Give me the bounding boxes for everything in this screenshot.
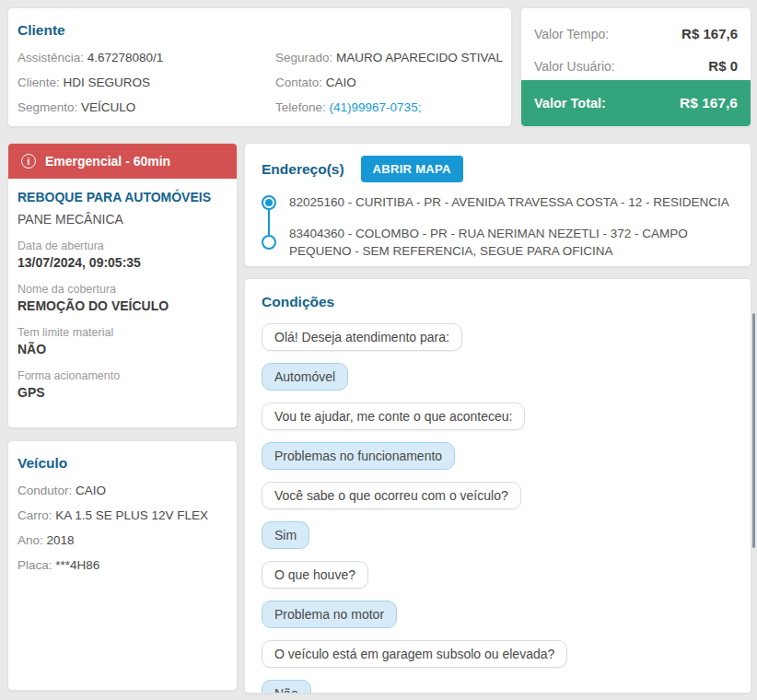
field-value: CAIO	[76, 484, 106, 497]
chat-question: O veículo está em garagem subsolo ou ele…	[262, 640, 567, 668]
field-segurado: Segurado: MAURO APARECIDO STIVAL	[275, 51, 503, 64]
valor-label: Valor Usuário:	[534, 59, 615, 74]
chat-answer: Não	[262, 680, 311, 694]
field-label: Cliente:	[17, 76, 60, 89]
chat-answer: Problema no motor	[262, 601, 397, 628]
detail-data-abertura: Data de abertura 13/07/2024, 09:05:35	[17, 239, 227, 270]
client-fields: Assistência: 4.67278080/1 Cliente: HDI S…	[17, 51, 502, 125]
vehicle-card: Veículo Condutor: CAIO Carro: KA 1.5 SE …	[7, 440, 238, 691]
valor-total-row: Valor Total: R$ 167,6	[521, 80, 751, 126]
client-card: Cliente Assistência: 4.67278080/1 Client…	[7, 7, 512, 127]
field-value: VEÍCULO	[81, 100, 135, 114]
field-condutor: Condutor: CAIO	[17, 484, 227, 497]
field-cliente: Cliente: HDI SEGUROS	[17, 76, 266, 89]
address-text: 83404360 - COLOMBO - PR - RUA NERIMAN NE…	[289, 225, 738, 261]
address-text: 82025160 - CURITIBA - PR - AVENIDA TRAVE…	[289, 193, 729, 212]
valor-usuario-row: Valor Usuário: R$ 0	[534, 50, 738, 82]
emergency-banner: i Emergencial - 60min	[8, 144, 237, 179]
open-map-button[interactable]: ABRIR MAPA	[361, 156, 463, 182]
detail-label: Data de abertura	[17, 239, 227, 252]
field-value: 4.67278080/1	[87, 51, 164, 64]
valor-value: R$ 167,6	[681, 26, 738, 41]
chat-question: Olá! Deseja atendimento para:	[262, 323, 462, 351]
detail-value: 13/07/2024, 09:05:35	[17, 255, 227, 270]
chat-answer: Sim	[262, 521, 309, 549]
valor-tempo-row: Valor Tempo: R$ 167,6	[534, 18, 738, 50]
conditions-card-title: Condições	[262, 294, 738, 310]
address-timeline: 82025160 - CURITIBA - PR - AVENIDA TRAVE…	[262, 193, 738, 261]
service-name: REBOQUE PARA AUTOMÓVEIS	[17, 190, 227, 204]
field-label: Condutor:	[17, 484, 72, 497]
detail-label: Nome da cobertura	[17, 283, 227, 296]
field-assistencia: Assistência: 4.67278080/1	[17, 51, 266, 64]
detail-cobertura: Nome da cobertura REMOÇÃO DO VEÍCULO	[17, 283, 227, 313]
destination-dot-icon	[262, 235, 276, 250]
vehicle-card-title: Veículo	[17, 455, 227, 472]
valor-total-label: Valor Total:	[534, 96, 606, 111]
values-card: Valor Tempo: R$ 167,6 Valor Usuário: R$ …	[520, 7, 751, 127]
field-label: Assistência:	[17, 51, 84, 64]
chat-answer: Problemas no funcionamento	[262, 442, 455, 470]
detail-value: NÃO	[17, 342, 227, 356]
field-value: HDI SEGUROS	[64, 76, 151, 89]
info-icon: i	[21, 154, 36, 169]
origin-dot-icon	[262, 195, 276, 210]
detail-value: REMOÇÃO DO VEÍCULO	[17, 298, 227, 313]
chat-question: Vou te ajudar, me conte o que aconteceu:	[262, 402, 525, 430]
client-card-title: Cliente	[17, 22, 502, 39]
field-label: Carro:	[17, 508, 52, 522]
detail-label: Forma acionamento	[17, 369, 227, 382]
emergency-banner-label: Emergencial - 60min	[45, 154, 170, 169]
address-stop-origin: 82025160 - CURITIBA - PR - AVENIDA TRAVE…	[262, 193, 738, 212]
chat-answer: Automóvel	[262, 363, 348, 391]
field-placa: Placa: ***4H86	[17, 558, 227, 572]
service-card: i Emergencial - 60min REBOQUE PARA AUTOM…	[7, 143, 238, 428]
service-subtitle: PANE MECÂNICA	[17, 212, 227, 227]
detail-label: Tem limite material	[17, 326, 227, 339]
field-ano: Ano: 2018	[17, 533, 227, 547]
phone-link[interactable]: (41)99967-0735;	[330, 100, 422, 114]
detail-forma-acionamento: Forma acionamento GPS	[17, 369, 227, 400]
field-carro: Carro: KA 1.5 SE PLUS 12V FLEX	[17, 508, 227, 522]
field-label: Ano:	[17, 533, 43, 547]
valor-label: Valor Tempo:	[534, 27, 609, 41]
field-label: Segurado:	[275, 51, 332, 64]
valor-value: R$ 0	[708, 58, 738, 74]
vertical-scrollbar-thumb[interactable]	[752, 313, 755, 548]
field-value: 2018	[47, 533, 75, 547]
field-label: Telefone:	[275, 100, 326, 114]
valor-total-value: R$ 167,6	[680, 95, 738, 111]
address-stop-destination: 83404360 - COLOMBO - PR - RUA NERIMAN NE…	[262, 225, 738, 261]
addresses-card: Endereço(s) ABRIR MAPA 82025160 - CURITI…	[244, 143, 751, 267]
field-value: KA 1.5 SE PLUS 12V FLEX	[55, 508, 208, 522]
conditions-card: Condições Olá! Deseja atendimento para: …	[244, 278, 751, 694]
field-label: Contato:	[275, 76, 322, 89]
detail-value: GPS	[17, 385, 227, 400]
field-segmento: Segmento: VEÍCULO	[17, 100, 266, 114]
field-contato: Contato: CAIO	[275, 76, 503, 89]
field-value: MAURO APARECIDO STIVAL	[336, 51, 503, 64]
field-value: ***4H86	[55, 558, 99, 572]
field-value: CAIO	[326, 76, 356, 89]
chat-question: O que houve?	[262, 561, 368, 589]
field-label: Placa:	[17, 558, 52, 572]
field-telefone: Telefone: (41)99967-0735;	[275, 100, 503, 114]
field-label: Segmento:	[17, 100, 77, 114]
addresses-card-title: Endereço(s)	[262, 161, 344, 178]
chat-question: Você sabe o que ocorreu com o veículo?	[262, 482, 521, 509]
detail-limite-material: Tem limite material NÃO	[17, 326, 227, 356]
